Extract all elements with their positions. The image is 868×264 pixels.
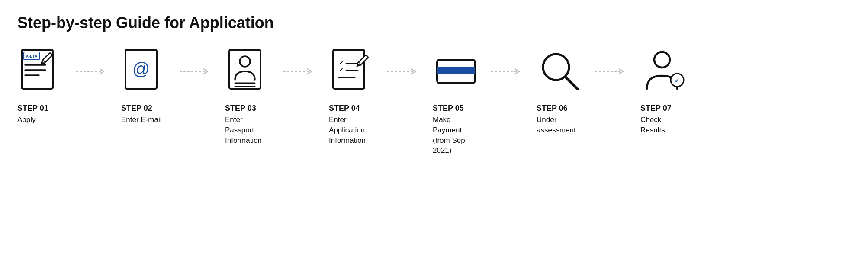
svg-text:✓: ✓ <box>339 59 344 66</box>
svg-rect-29 <box>437 67 475 74</box>
svg-point-34 <box>654 52 670 68</box>
email-icon: @ <box>121 48 169 95</box>
payment-icon <box>433 48 480 95</box>
step-2: @ STEP 02 Enter E-mail <box>121 48 225 125</box>
arrow-4 <box>376 66 433 77</box>
step-6-label: STEP 06 Under assessment <box>537 104 576 135</box>
svg-rect-18 <box>333 50 364 89</box>
checklist-icon: ✓ ✓ <box>329 48 376 95</box>
svg-text:@: @ <box>132 59 150 78</box>
step-4-label: STEP 04 Enter Application Information <box>329 104 366 145</box>
step-2-label: STEP 02 Enter E-mail <box>121 104 162 125</box>
user-check-icon: ✓ <box>640 48 688 95</box>
keta-form-icon: K-ETA <box>17 48 65 95</box>
svg-text:✓: ✓ <box>339 66 344 73</box>
arrow-6 <box>584 66 640 77</box>
svg-text:K-ETA: K-ETA <box>26 54 38 58</box>
svg-text:✓: ✓ <box>675 77 680 84</box>
step-6: STEP 06 Under assessment <box>537 48 640 135</box>
step-7: ✓ STEP 07 Check Results <box>640 48 718 135</box>
arrow-3 <box>273 66 329 77</box>
step-1-label: STEP 01 Apply <box>17 104 48 125</box>
page-title: Step-by-step Guide for Application <box>17 14 851 32</box>
arrow-1 <box>65 66 121 77</box>
svg-line-32 <box>566 77 578 89</box>
arrow-2 <box>169 66 225 77</box>
step-3: STEP 03 Enter Passport Information <box>225 48 329 145</box>
step-4: ✓ ✓ <box>329 48 433 145</box>
step-5: STEP 05 Make Payment (from Sep 2021) <box>433 48 537 156</box>
step-5-label: STEP 05 Make Payment (from Sep 2021) <box>433 104 465 156</box>
search-icon <box>537 48 584 95</box>
passport-icon <box>225 48 273 95</box>
step-7-label: STEP 07 Check Results <box>640 104 672 135</box>
step-3-label: STEP 03 Enter Passport Information <box>225 104 262 145</box>
step-1: K-ETA <box>17 48 121 125</box>
arrow-5 <box>480 66 537 77</box>
steps-container: K-ETA <box>17 48 851 156</box>
